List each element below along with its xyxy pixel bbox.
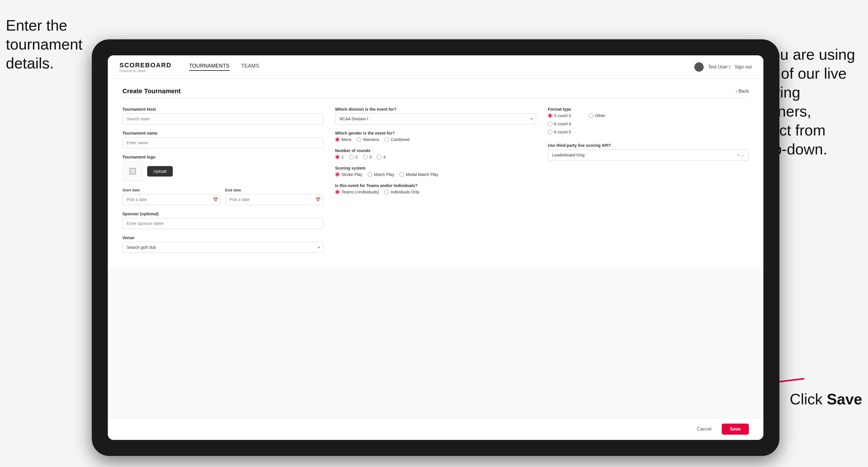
division-label: Which division is the event for? xyxy=(335,107,536,112)
format-6count5-radio[interactable] xyxy=(548,130,553,134)
venue-label: Venue xyxy=(122,236,323,240)
rounds-3-radio[interactable] xyxy=(363,155,368,159)
live-scoring-value: Leaderboard King xyxy=(552,153,736,157)
brand-subtitle: Powered by clippit xyxy=(120,69,172,72)
sponsor-input[interactable] xyxy=(122,218,323,229)
individuals-only[interactable]: Individuals Only xyxy=(384,190,420,194)
nav-teams[interactable]: TEAMS xyxy=(241,63,259,71)
start-date-wrapper xyxy=(122,194,221,205)
teams-radio-group: Teams (+Individuals) Individuals Only xyxy=(335,190,536,194)
start-date-group: Start date xyxy=(122,188,221,205)
rounds-4-radio[interactable] xyxy=(377,155,381,159)
rounds-radio-group: 1 2 3 xyxy=(335,155,536,159)
format-6count5[interactable]: 6 count 5 xyxy=(548,130,571,134)
scoring-radio-group: Stroke Play Match Play Medal Match Play xyxy=(335,172,536,177)
rounds-label: Number of rounds xyxy=(335,148,536,153)
tournament-host-input[interactable] xyxy=(122,113,323,124)
format-6count4-radio[interactable] xyxy=(548,122,553,126)
upload-button[interactable]: Upload xyxy=(147,166,173,177)
format-count-col: 5 count 4 6 count 4 6 coun xyxy=(548,113,571,134)
rounds-1-label: 1 xyxy=(341,155,344,159)
format-other-radio[interactable] xyxy=(589,113,593,118)
rounds-4[interactable]: 4 xyxy=(377,155,385,159)
venue-group: Venue Search golf club xyxy=(122,236,323,253)
venue-select-wrapper: Search golf club xyxy=(122,242,323,253)
format-type-group: Format type 5 count 4 xyxy=(548,107,749,134)
gender-combined[interactable]: Combined xyxy=(384,137,409,142)
rounds-2[interactable]: 2 xyxy=(349,155,358,159)
tournament-name-input[interactable] xyxy=(122,137,323,148)
gender-combined-label: Combined xyxy=(391,137,409,142)
tablet-frame: SCOREBOARD Powered by clippit TOURNAMENT… xyxy=(92,39,779,456)
rounds-3[interactable]: 3 xyxy=(363,155,372,159)
tournament-name-group: Tournament name xyxy=(122,131,323,148)
end-date-label: End date xyxy=(225,188,324,192)
rounds-1[interactable]: 1 xyxy=(335,155,344,159)
gender-mens-label: Mens xyxy=(341,137,351,142)
gender-combined-radio[interactable] xyxy=(384,137,389,142)
rounds-1-radio[interactable] xyxy=(335,155,340,159)
live-scoring-clear-btn[interactable]: × xyxy=(736,153,741,157)
teams-label: Is this event for Teams and/or Individua… xyxy=(335,183,536,188)
sponsor-group: Sponsor (optional) xyxy=(122,212,323,229)
form-header: Create Tournament ‹ Back xyxy=(122,87,749,98)
end-date-input[interactable] xyxy=(225,194,324,205)
nav-tournaments[interactable]: TOURNAMENTS xyxy=(189,63,229,71)
scoring-match[interactable]: Match Play xyxy=(368,172,394,177)
save-button[interactable]: Save xyxy=(722,424,749,435)
gender-womens[interactable]: Womens xyxy=(356,137,379,142)
date-row: Start date End date xyxy=(122,188,323,205)
individuals-only-label: Individuals Only xyxy=(391,190,420,194)
gender-womens-label: Womens xyxy=(363,137,379,142)
image-icon: 🖼 xyxy=(128,167,137,176)
back-link[interactable]: ‹ Back xyxy=(736,89,749,94)
live-scoring-chevron-icon[interactable]: ⌄ xyxy=(741,153,744,157)
live-scoring-wrapper[interactable]: Leaderboard King × ⌄ xyxy=(548,150,749,160)
gender-mens-radio[interactable] xyxy=(335,137,340,142)
tournament-logo-group: Tournament logo 🖼 Upload xyxy=(122,155,323,182)
form-col2: Which division is the event for? NCAA Di… xyxy=(335,107,536,259)
individuals-only-radio[interactable] xyxy=(384,190,389,194)
teams-plus-individuals-label: Teams (+Individuals) xyxy=(341,190,379,194)
format-5count4-label: 5 count 4 xyxy=(554,113,571,118)
form-footer: Cancel Save xyxy=(108,418,764,440)
scoring-stroke-radio[interactable] xyxy=(335,172,340,177)
brand: SCOREBOARD Powered by clippit xyxy=(120,61,172,72)
end-date-group: End date xyxy=(225,188,324,205)
division-select[interactable]: NCAA Division I xyxy=(335,113,536,124)
start-date-label: Start date xyxy=(122,188,221,192)
form-columns: Tournament Host Tournament name Tourname… xyxy=(122,107,749,259)
navbar: SCOREBOARD Powered by clippit TOURNAMENT… xyxy=(108,55,764,79)
sign-out-link[interactable]: Sign out xyxy=(735,64,752,70)
gender-mens[interactable]: Mens xyxy=(335,137,351,142)
format-6count4-label: 6 count 4 xyxy=(554,122,571,126)
form-col3: Format type 5 count 4 xyxy=(548,107,749,259)
format-5count4[interactable]: 5 count 4 xyxy=(548,113,571,118)
end-date-wrapper xyxy=(225,194,324,205)
scoring-medal-match-radio[interactable] xyxy=(400,172,404,177)
gender-radio-group: Mens Womens Combined xyxy=(335,137,536,142)
format-5count4-radio[interactable] xyxy=(548,113,553,118)
scoring-medal-match[interactable]: Medal Match Play xyxy=(400,172,438,177)
cancel-button[interactable]: Cancel xyxy=(691,424,717,435)
nav-right: Test User | Sign out xyxy=(694,62,752,72)
teams-plus-individuals[interactable]: Teams (+Individuals) xyxy=(335,190,379,194)
format-other[interactable]: Other xyxy=(589,113,605,118)
start-date-input[interactable] xyxy=(122,194,221,205)
rounds-2-radio[interactable] xyxy=(349,155,354,159)
annotation-click-save: Click Save xyxy=(789,390,862,409)
format-type-groups: 5 count 4 6 count 4 6 coun xyxy=(548,113,749,134)
tournament-name-label: Tournament name xyxy=(122,131,323,135)
logo-upload-area: 🖼 Upload xyxy=(122,161,323,182)
format-6count5-label: 6 count 5 xyxy=(554,130,571,134)
scoring-match-radio[interactable] xyxy=(368,172,372,177)
format-6count4[interactable]: 6 count 4 xyxy=(548,122,571,126)
user-text: Test User | xyxy=(708,64,730,70)
gender-womens-radio[interactable] xyxy=(356,137,361,142)
form-col1: Tournament Host Tournament name Tourname… xyxy=(122,107,323,259)
venue-select[interactable]: Search golf club xyxy=(122,242,323,253)
gender-group: Which gender is the event for? Mens Wome… xyxy=(335,131,536,142)
scoring-stroke[interactable]: Stroke Play xyxy=(335,172,363,177)
tournament-host-label: Tournament Host xyxy=(122,107,323,112)
teams-plus-individuals-radio[interactable] xyxy=(335,190,340,194)
